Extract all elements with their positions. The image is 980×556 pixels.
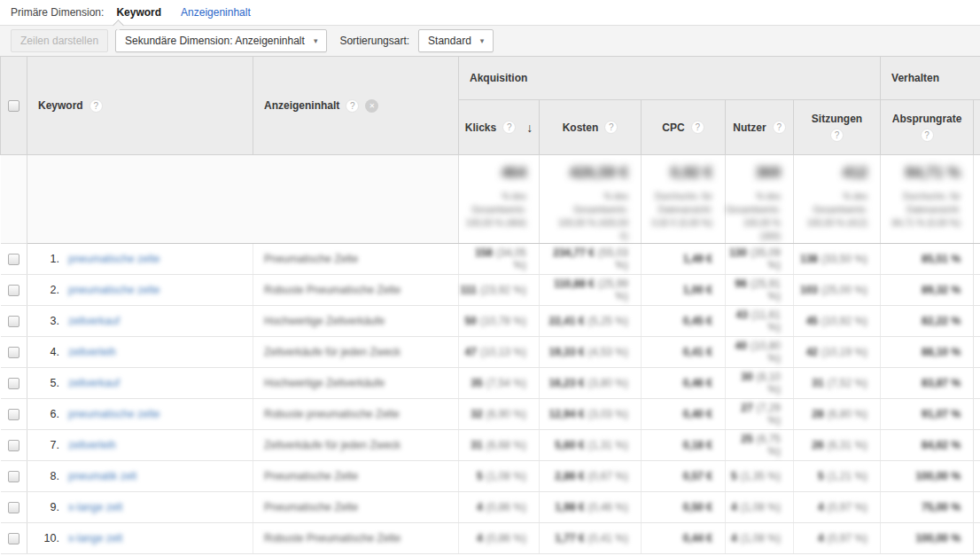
help-icon[interactable]: ? bbox=[502, 121, 516, 134]
totals-absprungrate-note: Durchschn. für Datenansicht: 84,71 % (0,… bbox=[888, 190, 961, 230]
column-header-keyword[interactable]: Keyword ? bbox=[27, 57, 253, 155]
primary-dimension-bar: Primäre Dimension: Keyword Anzeigeninhal… bbox=[0, 0, 980, 25]
keyword-link[interactable]: zeltverleih bbox=[68, 346, 116, 358]
dimension-tab-keyword[interactable]: Keyword bbox=[116, 6, 161, 19]
kosten-value: 19,33 € bbox=[549, 346, 585, 358]
row-number: 4. bbox=[27, 346, 59, 358]
keyword-cell: 3.zeltverkauf bbox=[27, 306, 253, 337]
nutzer-percent: (35,09 %) bbox=[751, 247, 781, 271]
ad-content-text: Hochwertige Zeltverkäufe bbox=[264, 377, 385, 389]
totals-nutzer: 369 % des Gesamtwerts: 100,00 % (369) bbox=[726, 155, 794, 244]
nutzer-value: 30 bbox=[741, 371, 752, 383]
row-number: 9. bbox=[27, 501, 59, 513]
select-all-checkbox[interactable] bbox=[8, 100, 19, 112]
totals-checkbox-cell bbox=[1, 155, 27, 244]
absprungrate-cell: 83,87 % bbox=[881, 368, 974, 399]
sitzungen-percent: (1,21 %) bbox=[828, 470, 867, 482]
klicks-cell: 32(6,90 %) bbox=[459, 399, 540, 430]
ad-content-text: Robuste Pneumatische Zelte bbox=[264, 284, 401, 296]
column-header-sitzungen[interactable]: Sitzungen ? bbox=[794, 100, 881, 155]
row-checkbox[interactable] bbox=[8, 533, 19, 544]
row-checkbox-cell bbox=[1, 368, 27, 399]
sitzungen-cell: 5(1,21 %) bbox=[794, 461, 881, 492]
nutzer-value: 96 bbox=[735, 278, 747, 290]
keyword-link[interactable]: pneumatische zelte bbox=[68, 284, 159, 296]
cpc-value: 0,44 € bbox=[683, 532, 712, 544]
nutzer-value: 4 bbox=[731, 501, 737, 513]
select-all-cell bbox=[1, 57, 27, 155]
totals-nutzer-note: % des Gesamtwerts: 100,00 % (369) bbox=[726, 190, 781, 243]
totals-dimension-cell bbox=[27, 155, 459, 244]
absprungrate-value: 75,00 % bbox=[922, 501, 961, 513]
sitzungen-cell: 26(6,31 %) bbox=[794, 430, 881, 461]
sort-type-dropdown[interactable]: Standard ▾ bbox=[418, 29, 494, 52]
help-icon[interactable]: ? bbox=[830, 129, 844, 142]
remove-dimension-icon[interactable]: ✕ bbox=[365, 99, 378, 113]
row-checkbox[interactable] bbox=[8, 316, 19, 327]
sitzungen-value: 42 bbox=[806, 346, 818, 358]
row-checkbox[interactable] bbox=[8, 347, 19, 358]
column-header-absprungrate[interactable]: Absprungrate ? bbox=[881, 100, 974, 155]
ad-content-cell: Pneumatische Zelte bbox=[253, 244, 459, 275]
row-checkbox[interactable] bbox=[8, 254, 19, 265]
cpc-cell: 0,18 € bbox=[642, 430, 726, 461]
keyword-cell: 8.pneumatik zelt bbox=[27, 461, 253, 492]
sitzungen-value: 4 bbox=[818, 501, 824, 513]
keyword-link[interactable]: x-lange zelt bbox=[68, 532, 122, 544]
column-header-kosten[interactable]: Kosten ? bbox=[540, 100, 642, 155]
cpc-cell: 0,44 € bbox=[642, 523, 726, 554]
nutzer-cell: 4(1,08 %) bbox=[726, 492, 794, 523]
row-checkbox[interactable] bbox=[8, 502, 19, 513]
nutzer-percent: (10,80 %) bbox=[751, 340, 781, 364]
row-checkbox[interactable] bbox=[8, 285, 19, 296]
column-header-ad-content[interactable]: Anzeigeninhalt ? ✕ bbox=[253, 57, 459, 155]
table-row: 2.pneumatische zelte Robuste Pneumatisch… bbox=[1, 275, 980, 306]
keyword-link[interactable]: pneumatik zelt bbox=[68, 470, 136, 482]
totals-sitzungen: 412 % des Gesamtwerts: 100,00 % (412) bbox=[794, 155, 881, 244]
dimension-tab-anzeigeninhalt[interactable]: Anzeigeninhalt bbox=[181, 6, 251, 19]
keyword-link[interactable]: x-lange zelt bbox=[68, 501, 122, 513]
row-checkbox[interactable] bbox=[8, 440, 19, 451]
row-checkbox[interactable] bbox=[8, 409, 19, 420]
secondary-dimension-dropdown[interactable]: Sekundäre Dimension: Anzeigeninhalt ▾ bbox=[115, 29, 327, 52]
nutzer-cell: 130(35,09 %) bbox=[726, 244, 794, 275]
keyword-link[interactable]: pneumatische zelte bbox=[68, 408, 159, 420]
klicks-value: 158 bbox=[475, 247, 493, 259]
chevron-down-icon: ▾ bbox=[314, 36, 318, 45]
nutzer-cell: 27(7,29 %) bbox=[726, 399, 794, 430]
clipped-next-column bbox=[974, 275, 980, 306]
totals-nutzer-value: 369 bbox=[726, 164, 781, 182]
help-icon[interactable]: ? bbox=[691, 121, 704, 134]
keyword-link[interactable]: zeltverleih bbox=[68, 439, 116, 451]
column-header-nutzer[interactable]: Nutzer ? bbox=[726, 100, 794, 155]
nutzer-cell: 96(25,91 %) bbox=[726, 275, 794, 306]
show-rows-button: Zeilen darstellen bbox=[11, 29, 108, 52]
klicks-cell: 4(0,86 %) bbox=[459, 523, 540, 554]
column-header-cpc[interactable]: CPC ? bbox=[642, 100, 726, 155]
help-icon[interactable]: ? bbox=[89, 99, 103, 113]
keyword-cell: 6.pneumatische zelte bbox=[27, 399, 253, 430]
keyword-header-label: Keyword bbox=[38, 99, 83, 112]
ad-content-cell: Pneumatische Zelte bbox=[253, 461, 459, 492]
help-icon[interactable]: ? bbox=[346, 99, 359, 113]
row-checkbox[interactable] bbox=[8, 471, 19, 482]
klicks-cell: 50(10,78 %) bbox=[459, 306, 540, 337]
nutzer-percent: (1,35 %) bbox=[741, 470, 781, 482]
column-header-klicks[interactable]: Klicks ? ↓ bbox=[459, 100, 540, 155]
absprungrate-cell: 100,00 % bbox=[881, 523, 974, 554]
keyword-link[interactable]: zeltverkauf bbox=[68, 315, 120, 327]
kosten-percent: (25,99 %) bbox=[598, 278, 628, 302]
keyword-link[interactable]: zeltverkauf bbox=[68, 377, 120, 389]
clipped-next-column bbox=[974, 492, 980, 523]
klicks-value: 50 bbox=[465, 315, 477, 327]
help-icon[interactable]: ? bbox=[921, 129, 934, 142]
klicks-cell: 158(34,05 %) bbox=[459, 244, 540, 275]
totals-cpc: 0,92 € Durchschn. für Datenansicht: 0,92… bbox=[642, 155, 726, 244]
row-checkbox[interactable] bbox=[8, 378, 19, 389]
cpc-value: 0,50 € bbox=[683, 501, 712, 513]
nutzer-percent: (8,10 %) bbox=[757, 371, 781, 395]
help-icon[interactable]: ? bbox=[604, 121, 618, 134]
row-checkbox-cell bbox=[1, 523, 27, 554]
keyword-link[interactable]: pneumatische zelte bbox=[68, 253, 159, 265]
help-icon[interactable]: ? bbox=[773, 121, 786, 134]
